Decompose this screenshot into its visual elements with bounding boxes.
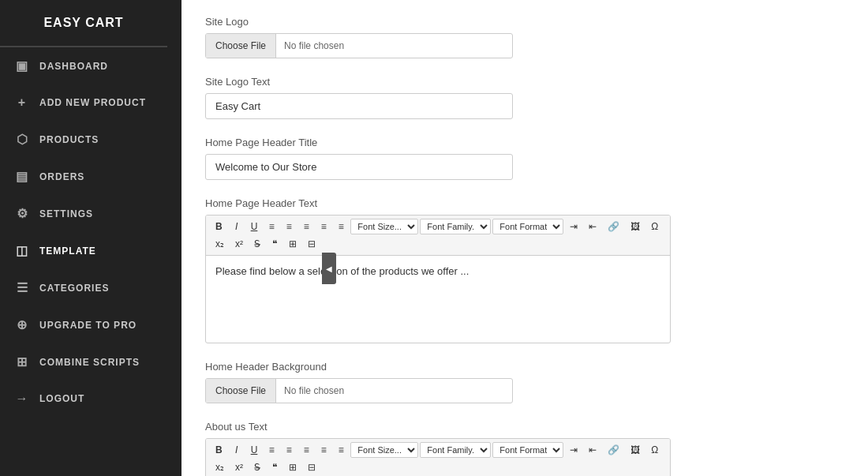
products-icon: ⬡ [14,132,30,147]
categories-icon: ☰ [14,280,30,295]
font-format-select[interactable]: Font Format [492,219,563,234]
about-us-text-label: About us Text [205,421,836,433]
home-page-header-text-body[interactable]: Please find below a selection of the pro… [206,256,670,343]
sidebar-item-products[interactable]: ⬡ PRODUCTS [0,121,167,158]
superscript-button-2[interactable]: x² [230,459,248,475]
collapse-sidebar-button[interactable] [322,253,336,284]
font-format-select-2[interactable]: Font Format [492,442,563,458]
home-page-header-text-label: Home Page Header Text [205,197,836,209]
unordered-list-button[interactable]: ≡ [333,219,349,234]
bold-button-2[interactable]: B [211,442,227,458]
site-logo-file-input[interactable]: Choose File No file chosen [205,33,513,58]
upgrade-icon: ⊕ [14,317,30,332]
sidebar-item-label: COMBINE SCRIPTS [39,357,140,368]
sidebar-item-dashboard[interactable]: ▣ DASHBOARD [0,47,167,84]
align-center-button[interactable]: ≡ [281,219,297,234]
italic-button-2[interactable]: I [229,442,245,458]
underline-button-2[interactable]: U [246,442,263,458]
about-us-text-field: About us Text B I U ≡ ≡ ≡ ≡ ≡ Font Size.… [205,421,836,476]
indent-button[interactable]: ⇥ [565,219,582,234]
bold-button[interactable]: B [211,219,227,234]
sidebar-item-orders[interactable]: ▤ ORDERS [0,158,167,195]
strikethrough-button-2[interactable]: S̶ [249,459,265,475]
sidebar-title: EASY CART [0,0,167,47]
sidebar-item-label: ORDERS [39,171,84,182]
home-page-header-title-input[interactable] [205,154,513,180]
template-icon: ◫ [14,243,30,258]
site-logo-text-input[interactable] [205,93,513,119]
subscript-button[interactable]: x₂ [211,236,229,252]
editor-toolbar-2: B I U ≡ ≡ ≡ ≡ ≡ Font Size... Font Family… [206,439,670,476]
settings-icon: ⚙ [14,206,30,221]
main-content: Site Logo Choose File No file chosen Sit… [181,0,868,476]
site-logo-choose-button[interactable]: Choose File [206,34,276,58]
site-logo-file-name: No file chosen [276,34,352,58]
superscript-button[interactable]: x² [230,236,248,252]
source-button-2[interactable]: ⊟ [303,459,320,475]
home-page-header-text-editor: B I U ≡ ≡ ≡ ≡ ≡ Font Size... Font Family… [205,215,671,343]
align-center-button-2[interactable]: ≡ [281,442,297,458]
special-chars-button-2[interactable]: Ω [646,442,663,458]
align-left-button-2[interactable]: ≡ [264,442,279,458]
home-page-header-title-label: Home Page Header Title [205,137,836,148]
underline-button[interactable]: U [246,219,263,234]
home-header-bg-choose-button[interactable]: Choose File [206,379,276,403]
site-logo-text-label: Site Logo Text [205,76,836,88]
about-us-text-editor: B I U ≡ ≡ ≡ ≡ ≡ Font Size... Font Family… [205,438,671,476]
site-logo-field: Site Logo Choose File No file chosen [205,16,836,58]
subscript-button-2[interactable]: x₂ [211,459,229,475]
sidebar: EASY CART ▣ DASHBOARD + ADD NEW PRODUCT … [0,0,167,476]
blockquote-button-2[interactable]: ❝ [267,459,282,475]
sidebar-item-label: TEMPLATE [39,245,96,257]
sidebar-item-template[interactable]: ◫ TEMPLATE [0,232,167,269]
outdent-button[interactable]: ⇤ [584,219,601,234]
sidebar-item-label: SETTINGS [39,208,93,219]
sidebar-item-combine-scripts[interactable]: ⊞ COMBINE SCRIPTS [0,343,167,380]
sidebar-item-categories[interactable]: ☰ CATEGORIES [0,269,167,306]
logout-icon: → [14,392,30,406]
source-button[interactable]: ⊟ [303,236,320,252]
dashboard-icon: ▣ [14,58,30,73]
font-family-select[interactable]: Font Family. [420,219,491,234]
sidebar-item-settings[interactable]: ⚙ SETTINGS [0,195,167,232]
combine-icon: ⊞ [14,354,30,369]
sidebar-item-label: ADD NEW PRODUCT [39,97,146,108]
font-size-select[interactable]: Font Size... [350,219,418,234]
home-header-bg-field: Home Header Background Choose File No fi… [205,361,836,403]
link-button[interactable]: 🔗 [603,219,624,234]
table-button[interactable]: ⊞ [284,236,301,252]
sidebar-item-label: CATEGORIES [39,283,109,294]
sidebar-item-upgrade-to-pro[interactable]: ⊕ UPGRADE TO PRO [0,306,167,343]
font-family-select-2[interactable]: Font Family. [420,442,491,458]
unordered-list-button-2[interactable]: ≡ [333,442,349,458]
home-header-bg-file-input[interactable]: Choose File No file chosen [205,378,513,403]
link-button-2[interactable]: 🔗 [603,442,624,458]
sidebar-item-label: LOGOUT [39,393,84,404]
indent-button-2[interactable]: ⇥ [565,442,582,458]
add-icon: + [14,96,30,110]
align-right-button-2[interactable]: ≡ [298,442,314,458]
strikethrough-button[interactable]: S̶ [249,236,265,252]
image-button-2[interactable]: 🖼 [626,442,645,458]
blockquote-button[interactable]: ❝ [267,236,282,252]
align-left-button[interactable]: ≡ [264,219,279,234]
italic-button[interactable]: I [229,219,245,234]
site-logo-text-field: Site Logo Text [205,76,836,119]
outdent-button-2[interactable]: ⇤ [584,442,601,458]
align-right-button[interactable]: ≡ [298,219,314,234]
home-header-bg-label: Home Header Background [205,361,836,373]
image-button[interactable]: 🖼 [626,219,645,234]
special-chars-button[interactable]: Ω [646,219,663,234]
home-header-bg-file-name: No file chosen [276,379,352,403]
sidebar-item-add-new-product[interactable]: + ADD NEW PRODUCT [0,84,167,121]
ordered-list-button-2[interactable]: ≡ [316,442,331,458]
site-logo-label: Site Logo [205,16,836,28]
table-button-2[interactable]: ⊞ [284,459,301,475]
sidebar-item-label: PRODUCTS [39,134,99,145]
ordered-list-button[interactable]: ≡ [316,219,331,234]
sidebar-item-label: UPGRADE TO PRO [39,320,137,331]
sidebar-item-logout[interactable]: → LOGOUT [0,380,167,417]
font-size-select-2[interactable]: Font Size... [350,442,418,458]
sidebar-item-label: DASHBOARD [39,61,108,72]
editor-toolbar-1: B I U ≡ ≡ ≡ ≡ ≡ Font Size... Font Family… [206,216,670,256]
